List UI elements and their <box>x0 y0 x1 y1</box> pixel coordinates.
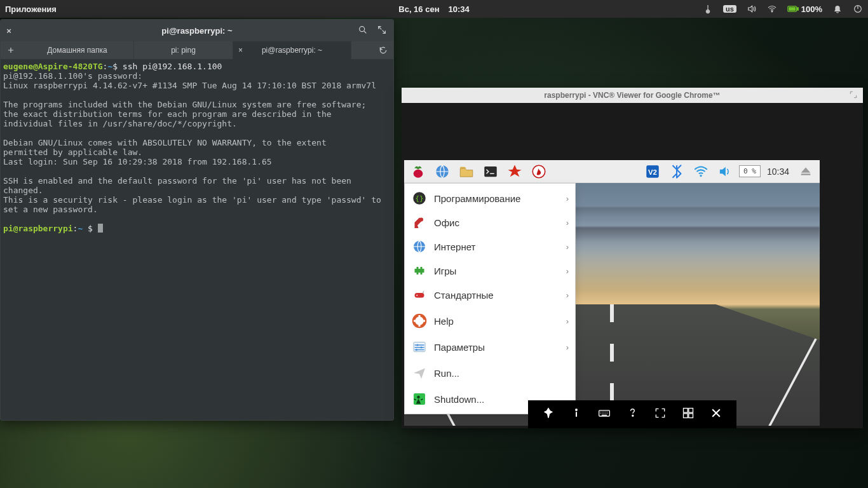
file-manager-icon[interactable] <box>456 161 477 182</box>
tab-pi-raspberrypi[interactable]: × pi@raspberrypi: ~ <box>233 41 351 59</box>
taskbar-clock[interactable]: 10:34 <box>764 166 792 177</box>
terminal-line: permitted by applicable law. <box>3 147 142 157</box>
menu-item-preferences[interactable]: Параметры › <box>405 335 575 359</box>
raspberry-menu-icon[interactable] <box>408 161 428 182</box>
panel-time[interactable]: 10:34 <box>448 4 469 14</box>
svg-rect-19 <box>415 293 424 298</box>
menu-label: Run... <box>434 368 459 379</box>
windows-icon[interactable] <box>682 407 695 422</box>
vnc-server-icon[interactable]: V2 <box>642 161 663 182</box>
battery-indicator[interactable]: 100% <box>787 4 822 14</box>
help-icon[interactable] <box>626 407 639 422</box>
thermometer-icon[interactable] <box>703 4 713 14</box>
terminal-tab-bar: Домашняя папка pi: ping × pi@raspberrypi… <box>1 41 393 59</box>
bell-icon[interactable] <box>832 4 843 14</box>
terminal-icon[interactable] <box>480 161 501 182</box>
rpi-screen: V2 0 % 10:34 {} Программирование <box>404 160 820 426</box>
svg-point-22 <box>417 318 422 323</box>
terminal-output[interactable]: eugene@Aspire-4820TG:~$ ssh pi@192.168.1… <box>1 59 393 420</box>
keyboard-layout-badge[interactable]: us <box>723 5 736 13</box>
wifi-icon[interactable] <box>691 161 711 182</box>
svg-rect-35 <box>689 414 693 418</box>
terminal-line: The programs included with the Debian GN… <box>3 100 366 109</box>
cpu-usage-badge[interactable]: 0 % <box>739 165 761 177</box>
svg-point-26 <box>416 349 417 351</box>
vnc-titlebar[interactable]: raspberrypi - VNC® Viewer for Google Chr… <box>402 88 863 103</box>
bluetooth-icon[interactable] <box>667 161 687 182</box>
svg-point-29 <box>576 409 578 411</box>
terminal-line: SSH is enabled and the default password … <box>3 176 356 195</box>
terminal-line: Debian GNU/Linux comes with ABSOLUTELY N… <box>3 138 327 147</box>
search-icon[interactable] <box>358 25 368 37</box>
history-icon[interactable] <box>373 41 393 59</box>
wolfram-icon[interactable] <box>529 161 549 182</box>
applications-button[interactable]: Приложения <box>5 4 57 14</box>
menu-item-help[interactable]: Help › <box>405 309 575 333</box>
tab-home-folder[interactable]: Домашняя папка <box>21 41 134 59</box>
cursor <box>98 224 103 233</box>
vnc-viewer-window[interactable]: raspberrypi - VNC® Viewer for Google Chr… <box>402 88 863 428</box>
power-icon[interactable] <box>853 4 863 14</box>
pin-icon[interactable] <box>542 407 555 422</box>
volume-icon[interactable] <box>715 161 735 182</box>
svg-rect-32 <box>684 409 688 413</box>
svg-rect-4 <box>789 7 796 11</box>
globe-icon[interactable] <box>432 161 452 182</box>
menu-label: Параметры <box>434 342 485 353</box>
lamp-icon <box>411 214 428 231</box>
maximize-icon[interactable] <box>849 90 858 101</box>
menu-label: Офис <box>434 217 459 228</box>
svg-point-25 <box>421 346 423 348</box>
mathematica-icon[interactable] <box>505 161 525 182</box>
tab-label: pi@raspberrypi: ~ <box>262 46 322 55</box>
vnc-remote-display[interactable]: V2 0 % 10:34 {} Программирование <box>402 103 863 428</box>
battery-percent: 100% <box>801 4 822 14</box>
rpi-taskbar: V2 0 % 10:34 <box>404 160 820 183</box>
svg-rect-3 <box>797 8 798 10</box>
tab-pi-ping[interactable]: pi: ping <box>134 41 233 59</box>
svg-point-17 <box>419 218 423 222</box>
volume-icon[interactable] <box>747 4 757 14</box>
svg-point-31 <box>632 415 634 416</box>
maximize-icon[interactable] <box>377 25 387 37</box>
panel-date[interactable]: Вс, 16 сен <box>398 4 439 14</box>
svg-rect-34 <box>684 414 688 418</box>
info-icon[interactable] <box>570 407 583 422</box>
terminal-titlebar[interactable]: × pi@raspberrypi: ~ <box>1 20 393 41</box>
menu-item-internet[interactable]: Интернет › <box>405 234 575 259</box>
prompt-user: eugene <box>3 62 33 71</box>
chevron-right-icon: › <box>566 218 569 227</box>
svg-rect-9 <box>484 166 497 176</box>
svg-point-28 <box>417 396 420 399</box>
command-text: ssh pi@192.168.1.100 <box>118 62 222 71</box>
svg-point-6 <box>360 26 365 31</box>
menu-item-accessories[interactable]: Стандартные › <box>405 283 575 307</box>
svg-point-13 <box>700 174 702 176</box>
tab-close-icon[interactable]: × <box>238 46 243 55</box>
lifebuoy-icon <box>411 313 428 329</box>
invader-icon <box>411 262 428 279</box>
terminal-window[interactable]: × pi@raspberrypi: ~ Домашняя папка pi: p… <box>0 19 394 421</box>
menu-item-programming[interactable]: {} Программирование › <box>405 186 575 210</box>
vnc-control-toolbar <box>528 400 736 428</box>
exit-icon <box>411 391 428 407</box>
close-icon[interactable] <box>710 407 722 422</box>
sliders-icon <box>411 339 428 355</box>
chevron-right-icon: › <box>566 266 569 276</box>
globe-icon <box>411 238 428 255</box>
fullscreen-icon[interactable] <box>654 407 667 422</box>
svg-rect-33 <box>689 409 693 413</box>
menu-item-office[interactable]: Офис › <box>405 210 575 234</box>
menu-label: Help <box>434 316 454 327</box>
menu-item-games[interactable]: Игры › <box>405 259 575 283</box>
close-icon[interactable]: × <box>1 26 17 36</box>
menu-item-run[interactable]: Run... <box>405 361 575 385</box>
menu-label: Интернет <box>434 241 475 252</box>
new-tab-button[interactable] <box>1 41 21 59</box>
terminal-line: This is a security risk - please login a… <box>3 195 386 214</box>
wifi-icon[interactable] <box>767 4 777 14</box>
swiss-knife-icon <box>411 287 428 303</box>
eject-icon[interactable] <box>796 161 816 182</box>
keyboard-icon[interactable] <box>598 407 611 422</box>
tab-label: pi: ping <box>171 46 196 55</box>
